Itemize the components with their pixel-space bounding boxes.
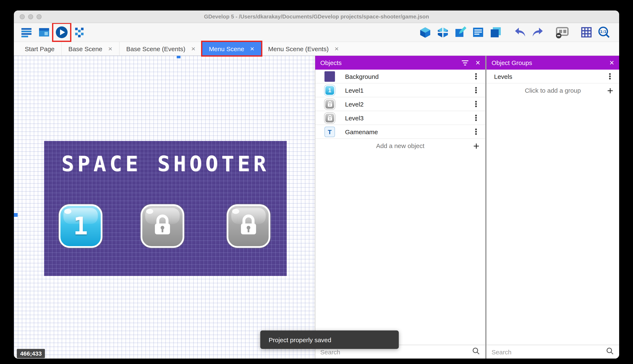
background-color-icon <box>325 71 335 82</box>
groups-search-bar <box>486 345 619 358</box>
background-instance[interactable]: SPACE SHOOTER 1 <box>44 141 287 276</box>
toast-notification: Project properly saved <box>260 330 399 349</box>
add-object-label: Add a new object <box>376 142 424 149</box>
tab-label: Start Page <box>25 45 55 52</box>
screenshot-stage: GDevelop 5 - /Users/dkarakay/Documents/G… <box>0 0 633 364</box>
lock-icon <box>152 214 173 237</box>
preview-play-button[interactable] <box>54 25 69 40</box>
groups-list: Levels Click to add a group + <box>486 70 619 345</box>
locked-level-icon <box>325 112 335 123</box>
object-groups-icon[interactable] <box>435 25 450 40</box>
group-name: Levels <box>494 73 606 80</box>
kebab-menu-icon[interactable] <box>472 98 480 110</box>
tab-menu-scene[interactable]: Menu Scene × <box>202 42 261 55</box>
close-icon[interactable]: × <box>609 59 614 67</box>
tab-bar: Start Page Base Scene × Base Scene (Even… <box>14 42 619 56</box>
titlebar: GDevelop 5 - /Users/dkarakay/Documents/G… <box>14 10 619 23</box>
scene-editor-icon[interactable] <box>37 25 52 40</box>
object-row-level3[interactable]: Level3 <box>315 111 485 125</box>
button-highlight <box>146 209 153 214</box>
close-window-button[interactable] <box>20 14 25 19</box>
cursor-coordinates-badge: 466;433 <box>17 349 45 358</box>
locked-level-icon <box>325 99 335 109</box>
close-icon[interactable]: × <box>335 45 339 52</box>
toast-message: Project properly saved <box>269 336 332 343</box>
close-icon[interactable]: × <box>191 45 195 52</box>
group-row-levels[interactable]: Levels <box>486 70 619 84</box>
object-name: Gamename <box>345 128 472 135</box>
objects-list: Background 1 Level1 <box>315 70 485 345</box>
kebab-menu-icon[interactable] <box>472 112 480 123</box>
add-group-button[interactable]: Click to add a group + <box>486 84 619 97</box>
objects-search-input[interactable] <box>320 348 472 356</box>
level2-button-instance[interactable] <box>141 204 184 248</box>
tab-label: Base Scene <box>68 45 102 52</box>
panel-title: Object Groups <box>492 59 603 66</box>
plus-icon[interactable]: + <box>473 140 479 151</box>
minimize-window-button[interactable] <box>28 14 33 19</box>
object-row-level2[interactable]: Level2 <box>315 97 485 111</box>
project-manager-icon[interactable] <box>19 25 34 40</box>
objects-panel-icon[interactable] <box>418 25 433 40</box>
properties-panel-icon[interactable] <box>453 25 468 40</box>
redo-icon[interactable] <box>530 25 545 40</box>
gdevelop-window: GDevelop 5 - /Users/dkarakay/Documents/G… <box>14 10 619 358</box>
kebab-menu-icon[interactable] <box>472 71 480 82</box>
search-icon <box>472 347 480 357</box>
object-name: Background <box>345 73 472 80</box>
instances-list-icon[interactable] <box>471 25 486 40</box>
objects-panel: Objects × <box>315 56 486 358</box>
gamename-text-instance[interactable]: SPACE SHOOTER <box>44 152 287 176</box>
objects-panel-header: Objects × <box>315 56 485 70</box>
panel-title: Objects <box>320 59 455 66</box>
level3-button-instance[interactable] <box>227 204 270 248</box>
tab-start-page[interactable]: Start Page <box>18 42 61 55</box>
object-name: Level1 <box>345 86 472 94</box>
text-object-icon: T <box>325 126 335 137</box>
tab-base-scene-events[interactable]: Base Scene (Events) × <box>119 42 202 55</box>
close-icon[interactable]: × <box>476 59 480 67</box>
tab-label: Menu Scene <box>209 45 244 52</box>
kebab-menu-icon[interactable] <box>472 85 480 96</box>
object-row-level1[interactable]: 1 Level1 <box>315 84 485 97</box>
close-icon[interactable]: × <box>250 45 254 52</box>
add-group-label: Click to add a group <box>525 87 581 94</box>
scene-window-left-handle <box>14 213 18 217</box>
maximize-window-button[interactable] <box>37 14 42 19</box>
button-highlight <box>232 209 239 214</box>
scene-canvas[interactable]: SPACE SHOOTER 1 <box>14 56 315 358</box>
add-object-button[interactable]: Add a new object + <box>315 139 485 153</box>
level1-button-instance[interactable]: 1 <box>59 204 102 248</box>
undo-icon[interactable] <box>512 25 528 40</box>
scene-window-top-marker <box>177 56 180 58</box>
kebab-menu-icon[interactable] <box>472 126 480 137</box>
window-title: GDevelop 5 - /Users/dkarakay/Documents/G… <box>14 14 619 20</box>
level1-object-icon: 1 <box>325 85 335 96</box>
plus-icon[interactable]: + <box>607 85 613 96</box>
close-icon[interactable]: × <box>108 45 113 52</box>
groups-search-input[interactable] <box>492 348 606 356</box>
tab-base-scene[interactable]: Base Scene × <box>61 42 119 55</box>
filter-icon[interactable] <box>461 59 469 66</box>
object-row-gamename[interactable]: T Gamename <box>315 125 485 139</box>
tab-label: Menu Scene (Events) <box>268 45 329 52</box>
traffic-lights <box>20 14 42 19</box>
main-area: SPACE SHOOTER 1 <box>14 56 619 358</box>
debug-icon[interactable] <box>72 25 87 40</box>
preview-window-mask-icon[interactable] <box>554 25 570 40</box>
zoom-1to1-icon[interactable]: 1:1 <box>596 25 611 40</box>
object-row-background[interactable]: Background <box>315 70 485 84</box>
level-number: 1 <box>61 206 101 246</box>
object-name: Level2 <box>345 100 472 108</box>
object-groups-panel: Object Groups × Levels Click to add a gr… <box>486 56 619 358</box>
lock-icon <box>238 214 259 237</box>
search-icon <box>606 347 614 357</box>
object-name: Level3 <box>345 114 472 122</box>
object-groups-panel-header: Object Groups × <box>486 56 619 70</box>
toolbar: 1:1 <box>14 23 619 42</box>
svg-text:1:1: 1:1 <box>600 30 606 34</box>
layers-panel-icon[interactable] <box>488 25 503 40</box>
tab-menu-scene-events[interactable]: Menu Scene (Events) × <box>261 42 345 55</box>
grid-icon[interactable] <box>579 25 594 40</box>
kebab-menu-icon[interactable] <box>606 71 614 82</box>
